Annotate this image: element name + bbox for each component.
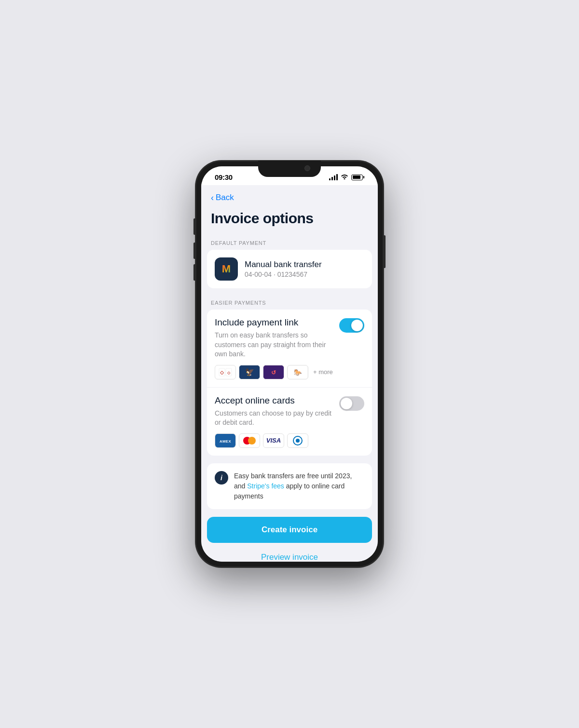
phone-screen: 09:30 [201, 166, 378, 562]
easier-payments-card: Include payment link Turn on easy bank t… [207, 310, 372, 456]
battery-icon [351, 175, 364, 180]
payment-link-title: Include payment link [215, 317, 333, 328]
easier-payments-label: EASIER PAYMENTS [201, 296, 378, 310]
payment-info: Manual bank transfer 04-00-04 · 01234567 [245, 260, 322, 278]
page-title: Invoice options [201, 206, 378, 236]
notch [258, 161, 321, 177]
info-banner: i Easy bank transfers are free until 202… [207, 463, 372, 509]
online-cards-toggle[interactable] [339, 396, 364, 411]
payment-link-option: Include payment link Turn on easy bank t… [207, 310, 372, 388]
bottom-actions: Create invoice Preview invoice [201, 517, 378, 562]
bank-logos-row: ◇ ◇ 🦅 [215, 365, 364, 379]
info-icon: i [215, 471, 228, 485]
revolut-logo: ↺ [263, 365, 284, 379]
amex-logo: AMEX [215, 433, 236, 448]
card-logos-row: AMEX VISA [215, 433, 364, 448]
create-invoice-button[interactable]: Create invoice [207, 517, 372, 543]
default-payment-card: M Manual bank transfer 04-00-04 · 012345… [207, 250, 372, 288]
payment-method-icon: M [215, 257, 238, 281]
wifi-icon [341, 174, 348, 181]
back-label: Back [216, 193, 234, 202]
phone-frame: 09:30 [195, 161, 384, 567]
preview-invoice-button[interactable]: Preview invoice [207, 545, 372, 562]
svg-text:AMEX: AMEX [220, 439, 231, 444]
payment-details: 04-00-04 · 01234567 [245, 270, 322, 278]
mastercard-logo [239, 433, 260, 448]
bacs-logo: ◇ ◇ [215, 365, 236, 379]
svg-text:◇: ◇ [220, 370, 224, 375]
status-icons [329, 174, 364, 181]
online-cards-title: Accept online cards [215, 395, 333, 406]
payment-method-row: M Manual bank transfer 04-00-04 · 012345… [207, 250, 372, 288]
payment-link-description: Turn on easy bank transfers so customers… [215, 331, 333, 359]
barclays-logo: 🦅 [239, 365, 260, 379]
signal-icon [329, 175, 338, 180]
svg-text:🐎: 🐎 [294, 368, 302, 377]
camera [304, 165, 310, 171]
payment-name: Manual bank transfer [245, 260, 322, 270]
visa-logo: VISA [263, 433, 284, 448]
status-time: 09:30 [215, 173, 233, 181]
screen-content[interactable]: ‹ Back Invoice options DEFAULT PAYMENT M… [201, 185, 378, 562]
online-cards-description: Customers can choose to pay by credit or… [215, 409, 333, 428]
diners-logo [287, 433, 308, 448]
back-chevron-icon: ‹ [211, 193, 214, 202]
online-cards-option: Accept online cards Customers can choose… [207, 388, 372, 456]
stripe-fees-link[interactable]: Stripe's fees [247, 482, 284, 490]
svg-text:↺: ↺ [271, 369, 276, 376]
svg-text:🦅: 🦅 [245, 367, 255, 377]
horse-logo: 🐎 [287, 365, 308, 379]
default-payment-label: DEFAULT PAYMENT [201, 236, 378, 250]
back-button[interactable]: ‹ Back [201, 185, 378, 206]
info-text: Easy bank transfers are free until 2023,… [234, 471, 364, 501]
payment-link-toggle[interactable] [339, 318, 364, 333]
svg-text:◇: ◇ [227, 371, 231, 375]
more-banks-label: + more [313, 368, 333, 376]
